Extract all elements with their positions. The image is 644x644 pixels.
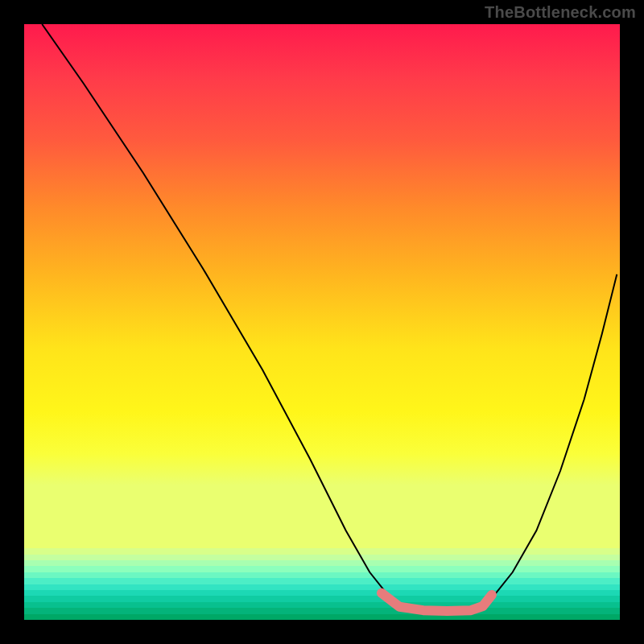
chart-frame: TheBottleneck.com — [0, 0, 644, 644]
plot-area — [24, 24, 620, 620]
watermark-text: TheBottleneck.com — [485, 3, 636, 22]
left-curve — [42, 24, 394, 602]
highlight-segment — [382, 593, 492, 611]
right-curve — [489, 275, 617, 602]
curve-layer — [24, 24, 620, 620]
